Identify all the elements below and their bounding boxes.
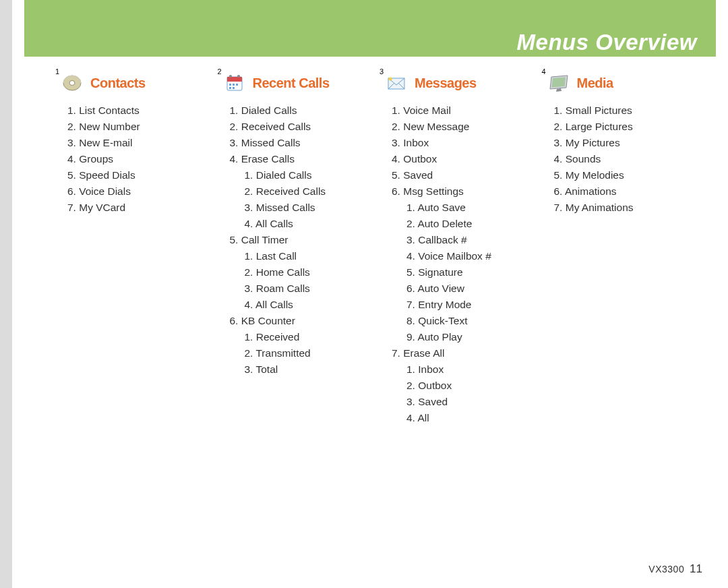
- list-item-label: 1. List Contacts: [67, 105, 140, 116]
- section-heading: 4Media: [547, 73, 702, 93]
- menu-list: 1. List Contacts2. New Number3. New E-ma…: [61, 102, 215, 216]
- list-item: 8. Quick-Text: [406, 313, 539, 329]
- list-item: 3. Callback #: [406, 232, 539, 248]
- list-item: 4. Groups: [61, 151, 215, 167]
- svg-point-9: [229, 75, 232, 78]
- list-item: 4. Voice Mailbox #: [406, 248, 539, 264]
- list-item-label: 4. Erase Calls: [230, 153, 295, 165]
- list-item-label: 2. New Number: [67, 121, 140, 132]
- section-title: Contacts: [90, 76, 146, 91]
- header-band: Menus Overview: [24, 0, 716, 57]
- section-heading: 2Recent Calls: [223, 73, 377, 93]
- page-title: Menus Overview: [517, 30, 697, 55]
- list-item: 1. Small Pictures: [547, 102, 702, 119]
- list-item: 5. Saved: [385, 167, 539, 183]
- list-item-label: 4. Groups: [67, 153, 113, 165]
- list-item: 3. My Pictures: [547, 135, 702, 151]
- envelope-icon: [385, 73, 408, 93]
- menu-list: 1. Small Pictures2. Large Pictures3. My …: [547, 102, 702, 216]
- sub-list: 1. Auto Save2. Auto Delete3. Callback #4…: [392, 200, 539, 345]
- list-item: 4. Sounds: [547, 151, 702, 167]
- list-item-label: 2. Received Calls: [230, 121, 311, 132]
- svg-rect-5: [233, 84, 235, 86]
- list-item-label: 7. My Animations: [554, 202, 634, 213]
- list-item: 1. Last Call: [245, 248, 377, 264]
- list-item: 2. Home Calls: [245, 264, 377, 281]
- list-item: 5. Speed Dials: [61, 167, 215, 183]
- list-item: 2. Received Calls: [223, 119, 377, 135]
- list-item: 5. Signature: [406, 264, 539, 281]
- svg-rect-3: [227, 77, 242, 82]
- section-number-badge: 4: [542, 67, 546, 76]
- list-item: 2. Auto Delete: [406, 216, 539, 232]
- content-columns: 1Contacts1. List Contacts2. New Number3.…: [61, 73, 701, 426]
- list-item: 6. Msg Settings1. Auto Save2. Auto Delet…: [385, 183, 539, 345]
- list-item: 3. Total: [245, 361, 377, 378]
- list-item: 2. Outbox: [406, 378, 539, 394]
- list-item-label: 6. Animations: [554, 185, 617, 197]
- product-model: VX3300: [648, 564, 684, 575]
- list-item: 5. My Melodies: [547, 167, 702, 183]
- svg-rect-7: [229, 87, 231, 89]
- list-item-label: 7. Erase All: [392, 347, 444, 359]
- section-column: 3Messages1. Voice Mail2. New Message3. I…: [385, 73, 539, 426]
- list-item: 2. Large Pictures: [547, 119, 702, 135]
- menu-list: 1. Dialed Calls2. Received Calls3. Misse…: [223, 102, 377, 378]
- list-item-label: 1. Dialed Calls: [230, 105, 297, 116]
- list-item: 1. Dialed Calls: [223, 102, 377, 119]
- list-item-label: 5. Saved: [392, 169, 433, 181]
- section-heading: 1Contacts: [61, 73, 215, 93]
- sub-list: 1. Inbox2. Outbox3. Saved4. All: [392, 361, 539, 426]
- section-heading: 3Messages: [385, 73, 539, 93]
- list-item-label: 6. KB Counter: [230, 315, 295, 326]
- list-item: 7. Erase All1. Inbox2. Outbox3. Saved4. …: [385, 345, 539, 426]
- list-item-label: 4. Sounds: [554, 153, 601, 165]
- list-item-label: 6. Msg Settings: [392, 185, 464, 197]
- list-item: 4. All: [406, 410, 539, 426]
- sub-list: 1. Dialed Calls2. Received Calls3. Misse…: [230, 167, 377, 232]
- section-number-badge: 2: [218, 67, 222, 76]
- list-item: 1. Dialed Calls: [245, 167, 377, 183]
- list-item-label: 5. My Melodies: [554, 169, 624, 181]
- list-item-label: 4. Outbox: [392, 153, 437, 165]
- list-item: 6. KB Counter1. Received2. Transmitted3.…: [223, 313, 377, 378]
- list-item: 7. My Animations: [547, 200, 702, 216]
- sub-list: 1. Last Call2. Home Calls3. Roam Calls4.…: [230, 248, 377, 313]
- list-item: 7. My VCard: [61, 200, 215, 216]
- menu-list: 1. Voice Mail2. New Message3. Inbox4. Ou…: [385, 102, 539, 426]
- list-item-label: 2. Large Pictures: [554, 121, 633, 132]
- page-number: 11: [690, 562, 702, 575]
- list-item: 1. Received: [245, 329, 377, 345]
- svg-point-10: [237, 75, 240, 78]
- list-item: 3. Missed Calls: [245, 200, 377, 216]
- calendar-icon: [223, 73, 246, 93]
- list-item: 1. Inbox: [406, 361, 539, 378]
- list-item-label: 5. Speed Dials: [67, 169, 135, 181]
- list-item: 2. Transmitted: [245, 345, 377, 361]
- list-item: 6. Voice Dials: [61, 183, 215, 200]
- section-number-badge: 3: [380, 67, 384, 76]
- svg-rect-8: [233, 87, 235, 89]
- list-item-label: 6. Voice Dials: [67, 185, 131, 197]
- svg-point-12: [389, 78, 392, 81]
- list-item-label: 3. New E-mail: [67, 137, 132, 148]
- svg-point-1: [69, 81, 75, 86]
- media-icon: [547, 73, 570, 93]
- list-item: 4. All Calls: [245, 297, 377, 313]
- list-item: 3. New E-mail: [61, 135, 215, 151]
- list-item-label: 3. My Pictures: [554, 137, 620, 148]
- list-item: 6. Animations: [547, 183, 702, 200]
- list-item: 9. Auto Play: [406, 329, 539, 345]
- section-title: Messages: [415, 76, 477, 91]
- list-item: 4. Erase Calls1. Dialed Calls2. Received…: [223, 151, 377, 232]
- sub-list: 1. Received2. Transmitted3. Total: [230, 329, 377, 378]
- list-item: 2. New Message: [385, 119, 539, 135]
- list-item-label: 3. Inbox: [392, 137, 429, 148]
- list-item: 3. Roam Calls: [245, 281, 377, 297]
- section-number-badge: 1: [55, 67, 59, 76]
- list-item: 1. Voice Mail: [385, 102, 539, 119]
- list-item-label: 5. Call Timer: [230, 234, 289, 245]
- contacts-icon: [61, 73, 84, 93]
- section-title: Media: [577, 76, 613, 91]
- list-item: 6. Auto View: [406, 281, 539, 297]
